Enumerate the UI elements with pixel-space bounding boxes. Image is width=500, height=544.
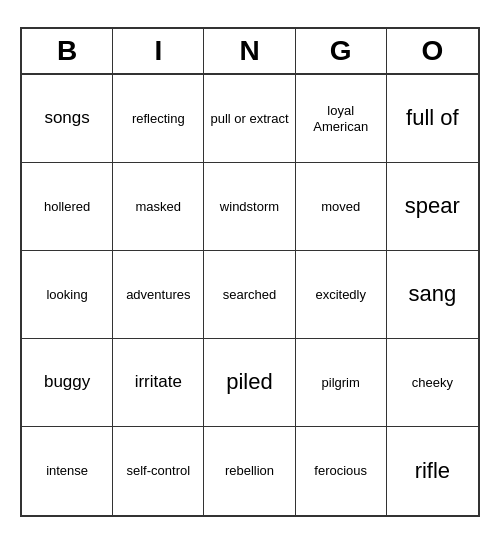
header-letter: B xyxy=(22,29,113,73)
header-letter: I xyxy=(113,29,204,73)
cell-text: self-control xyxy=(127,463,191,479)
cell-text: moved xyxy=(321,199,360,215)
cell-text: ferocious xyxy=(314,463,367,479)
bingo-cell-1-1: masked xyxy=(113,163,204,251)
bingo-cell-4-0: intense xyxy=(22,427,113,515)
bingo-cell-0-4: full of xyxy=(387,75,478,163)
cell-text: sang xyxy=(409,281,457,307)
header-letter: O xyxy=(387,29,478,73)
cell-text: buggy xyxy=(44,372,90,392)
bingo-cell-2-2: searched xyxy=(204,251,295,339)
cell-text: searched xyxy=(223,287,276,303)
cell-text: rebellion xyxy=(225,463,274,479)
header-letter: G xyxy=(296,29,387,73)
bingo-cell-2-3: excitedly xyxy=(296,251,387,339)
bingo-cell-2-1: adventures xyxy=(113,251,204,339)
bingo-cell-2-0: looking xyxy=(22,251,113,339)
bingo-cell-3-3: pilgrim xyxy=(296,339,387,427)
bingo-cell-4-2: rebellion xyxy=(204,427,295,515)
cell-text: full of xyxy=(406,105,459,131)
cell-text: looking xyxy=(46,287,87,303)
bingo-cell-1-0: hollered xyxy=(22,163,113,251)
cell-text: hollered xyxy=(44,199,90,215)
cell-text: piled xyxy=(226,369,272,395)
bingo-cell-3-2: piled xyxy=(204,339,295,427)
bingo-cell-3-1: irritate xyxy=(113,339,204,427)
cell-text: pull or extract xyxy=(210,111,288,127)
cell-text: cheeky xyxy=(412,375,453,391)
bingo-cell-4-1: self-control xyxy=(113,427,204,515)
bingo-cell-0-1: reflecting xyxy=(113,75,204,163)
cell-text: reflecting xyxy=(132,111,185,127)
bingo-cell-2-4: sang xyxy=(387,251,478,339)
bingo-card: BINGO songsreflectingpull or extractloya… xyxy=(20,27,480,517)
bingo-cell-4-3: ferocious xyxy=(296,427,387,515)
cell-text: pilgrim xyxy=(322,375,360,391)
cell-text: irritate xyxy=(135,372,182,392)
bingo-cell-1-3: moved xyxy=(296,163,387,251)
cell-text: windstorm xyxy=(220,199,279,215)
cell-text: spear xyxy=(405,193,460,219)
cell-text: songs xyxy=(44,108,89,128)
cell-text: loyal American xyxy=(299,103,383,134)
bingo-cell-0-2: pull or extract xyxy=(204,75,295,163)
bingo-cell-0-0: songs xyxy=(22,75,113,163)
bingo-cell-3-4: cheeky xyxy=(387,339,478,427)
bingo-cell-1-4: spear xyxy=(387,163,478,251)
bingo-cell-1-2: windstorm xyxy=(204,163,295,251)
cell-text: excitedly xyxy=(315,287,366,303)
cell-text: intense xyxy=(46,463,88,479)
bingo-cell-0-3: loyal American xyxy=(296,75,387,163)
cell-text: adventures xyxy=(126,287,190,303)
cell-text: rifle xyxy=(415,458,450,484)
bingo-cell-3-0: buggy xyxy=(22,339,113,427)
cell-text: masked xyxy=(136,199,182,215)
bingo-header: BINGO xyxy=(22,29,478,75)
bingo-grid: songsreflectingpull or extractloyal Amer… xyxy=(22,75,478,515)
header-letter: N xyxy=(204,29,295,73)
bingo-cell-4-4: rifle xyxy=(387,427,478,515)
